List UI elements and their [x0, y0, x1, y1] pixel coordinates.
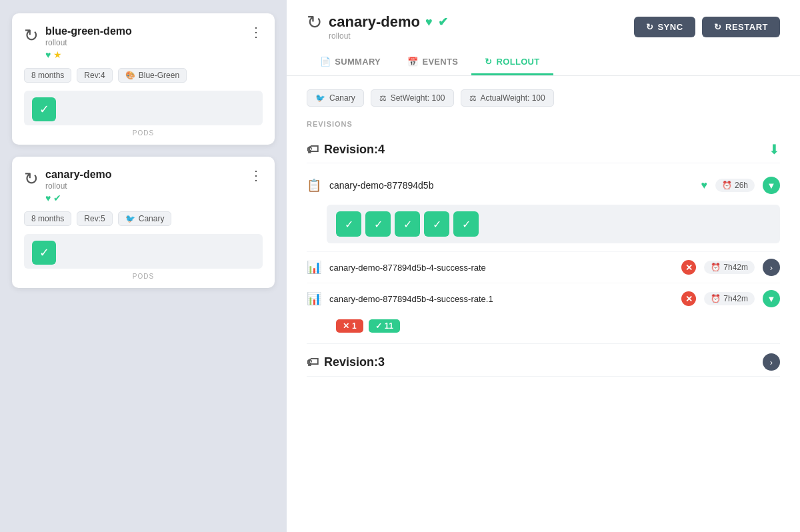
pod-sm-2: ✓: [365, 211, 391, 237]
heart-icon-2: ♥: [45, 193, 51, 203]
pass-count-badge: ✓ 11: [369, 319, 400, 333]
check-circle-icon: ✔: [53, 193, 61, 203]
error-badge-1: ✕: [681, 260, 696, 275]
revision-3-toggle[interactable]: ›: [763, 353, 780, 371]
header-buttons: ↻ SYNC ↻ RESTART: [634, 17, 780, 37]
card-canary-demo: ↻ canary-demo rollout ♥ ✔ ⋮ 8 months Rev…: [12, 157, 275, 288]
restart-icon: ↻: [714, 22, 722, 32]
revision-3-group: 🏷 Revision:3 ›: [307, 348, 780, 377]
revision-4-header: 🏷 Revision:4 ⬇: [307, 136, 780, 163]
error-badge-2: ✕: [681, 291, 696, 306]
tag-rev-1: Rev:4: [77, 68, 112, 83]
analysis-time-1: ⏰ 7h42m: [704, 261, 755, 274]
left-panel: ↻ blue-green-demo rollout ♥ ★ ⋮ 8 months…: [0, 0, 287, 532]
clock-icon: ⏰: [722, 181, 732, 190]
tab-events[interactable]: 📅 EVENTS: [394, 50, 471, 75]
revisions-label: REVISIONS: [307, 120, 780, 128]
right-subtitle: rollout: [329, 31, 448, 41]
pod-check-1: ✓: [32, 97, 56, 121]
right-header: ↻ canary-demo ♥ ✔ rollout ↻ SYNC ↻: [287, 0, 800, 76]
tag-rev-2: Rev:5: [77, 211, 112, 226]
revision-3-header: 🏷 Revision:3 ›: [307, 348, 780, 377]
pods-row-detail: ✓ ✓ ✓ ✓ ✓: [327, 205, 780, 243]
star-icon: ★: [53, 49, 62, 60]
pod-sm-4: ✓: [424, 211, 449, 237]
clock-icon-2: ⏰: [711, 263, 721, 272]
chart-icon-2: 📊: [307, 291, 321, 306]
chart-icon-1: 📊: [307, 260, 321, 275]
rs-name-1: canary-demo-877894d5b: [329, 180, 693, 191]
canary-icon: 🐦: [125, 214, 135, 223]
right-body: 🐦 Canary ⚖ SetWeight: 100 ⚖ ActualWeight…: [287, 76, 800, 532]
rs-time-badge: ⏰ 26h: [715, 179, 755, 192]
filter-canary[interactable]: 🐦 Canary: [307, 89, 364, 107]
card-menu-button[interactable]: ⋮: [249, 25, 263, 39]
tag-type-2: 🐦 Canary: [118, 211, 172, 226]
palette-icon: 🎨: [125, 71, 135, 80]
right-check-icon: ✔: [438, 15, 448, 29]
rollout-tab-icon: ↻: [485, 57, 492, 67]
card-title-canary: canary-demo: [45, 169, 112, 181]
fail-count-badge: ✕ 1: [336, 319, 363, 333]
revision-3-title: 🏷 Revision:3: [307, 355, 385, 369]
check-icon: ✓: [375, 321, 382, 331]
sync-icon: ↻: [646, 22, 654, 32]
card-title-blue-green: blue-green-demo: [45, 25, 132, 37]
revision-divider: [307, 343, 780, 344]
sync-button[interactable]: ↻ SYNC: [634, 17, 695, 37]
analysis-time-2: ⏰ 7h42m: [704, 292, 755, 305]
analysis-chevron-1[interactable]: ›: [763, 259, 780, 276]
tag-type-1: 🎨 Blue-Green: [118, 68, 187, 83]
revision-4-toggle[interactable]: ⬇: [769, 141, 780, 157]
pod-check-2: ✓: [32, 241, 56, 265]
pod-sm-3: ✓: [395, 211, 420, 237]
card-blue-green-demo: ↻ blue-green-demo rollout ♥ ★ ⋮ 8 months…: [12, 13, 275, 145]
pod-sm-5: ✓: [453, 211, 479, 237]
events-icon: 📅: [407, 57, 418, 67]
filter-setweight[interactable]: ⚖ SetWeight: 100: [371, 89, 454, 107]
pod-sm-1: ✓: [336, 211, 361, 237]
x-icon: ✕: [343, 321, 349, 331]
rs-heart-icon: ♥: [701, 179, 707, 191]
tab-summary[interactable]: 📄 SUMMARY: [307, 50, 394, 75]
tag-icon-r3: 🏷: [307, 355, 319, 369]
restart-button[interactable]: ↻ RESTART: [702, 17, 780, 37]
rs-expand-button[interactable]: ▼: [763, 177, 780, 194]
right-rollout-icon: ↻: [307, 13, 322, 32]
tab-rollout[interactable]: ↻ ROLLOUT: [471, 50, 553, 75]
tag-months-1: 8 months: [24, 68, 71, 83]
rollout-icon-2: ↻: [24, 170, 39, 187]
analysis-name-1: canary-demo-877894d5b-4-success-rate: [329, 263, 673, 273]
analysis-name-2: canary-demo-877894d5b-4-success-rate.1: [329, 294, 673, 304]
pods-label-1: PODS: [24, 129, 263, 137]
actualweight-icon: ⚖: [469, 93, 477, 103]
rollout-icon: ↻: [24, 27, 39, 44]
tabs: 📄 SUMMARY 📅 EVENTS ↻ ROLLOUT: [307, 50, 780, 75]
pods-area-1: ✓: [24, 91, 263, 125]
setweight-icon: ⚖: [379, 93, 387, 103]
card-subtitle-blue-green: rollout: [45, 38, 132, 47]
right-title: canary-demo ♥ ✔: [329, 13, 448, 31]
filter-bar: 🐦 Canary ⚖ SetWeight: 100 ⚖ ActualWeight…: [307, 89, 780, 107]
count-badges-row: ✕ 1 ✓ 11: [336, 319, 780, 333]
canary-filter-icon: 🐦: [315, 93, 325, 103]
pods-label-2: PODS: [24, 273, 263, 280]
revision-4-title: 🏷 Revision:4: [307, 143, 385, 157]
tag-icon-r4: 🏷: [307, 143, 319, 157]
pods-area-2: ✓: [24, 234, 263, 269]
card-menu-button-2[interactable]: ⋮: [249, 169, 263, 182]
heart-icon: ♥: [45, 49, 51, 60]
summary-icon: 📄: [320, 57, 331, 67]
clock-icon-3: ⏰: [711, 294, 721, 303]
analysis-row-2: 📊 canary-demo-877894d5b-4-success-rate.1…: [307, 283, 780, 314]
tag-months-2: 8 months: [24, 211, 71, 226]
copy-icon: 📋: [307, 178, 321, 193]
analysis-row-1: 📊 canary-demo-877894d5b-4-success-rate ✕…: [307, 251, 780, 283]
card-subtitle-canary: rollout: [45, 181, 112, 191]
filter-actualweight[interactable]: ⚖ ActualWeight: 100: [461, 89, 554, 107]
revision-4-group: 🏷 Revision:4 ⬇ 📋 canary-demo-877894d5b ♥…: [307, 136, 780, 333]
right-panel: ↻ canary-demo ♥ ✔ rollout ↻ SYNC ↻: [287, 0, 800, 532]
analysis-chevron-2[interactable]: ▼: [763, 290, 780, 307]
right-heart-icon: ♥: [425, 15, 433, 29]
replicaset-row-1: 📋 canary-demo-877894d5b ♥ ⏰ 26h ▼: [307, 171, 780, 199]
